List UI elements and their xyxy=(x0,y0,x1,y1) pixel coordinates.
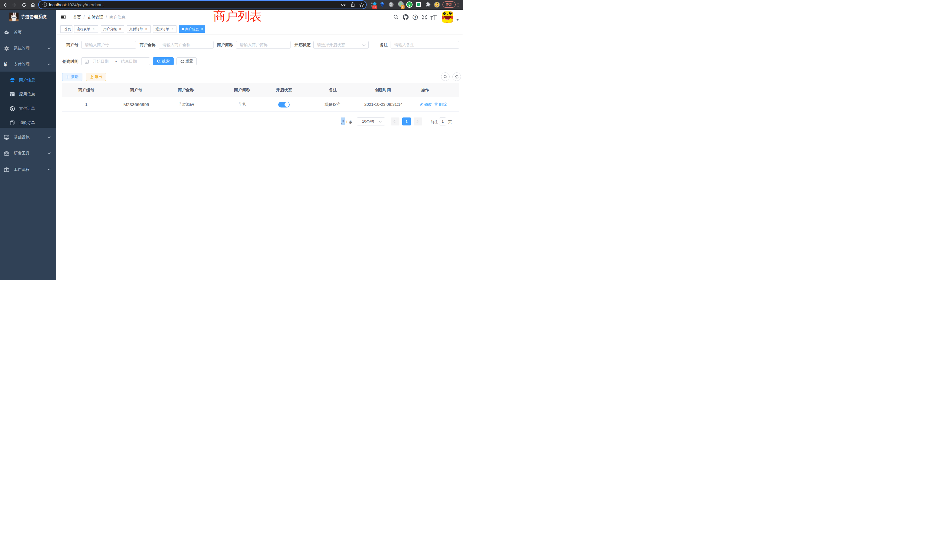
svg-text:y: y xyxy=(409,3,410,7)
svg-text:10: 10 xyxy=(373,6,376,9)
svg-text:?: ? xyxy=(414,15,416,19)
svg-text:⌘: ⌘ xyxy=(390,3,393,6)
svg-text:1: 1 xyxy=(402,5,404,9)
